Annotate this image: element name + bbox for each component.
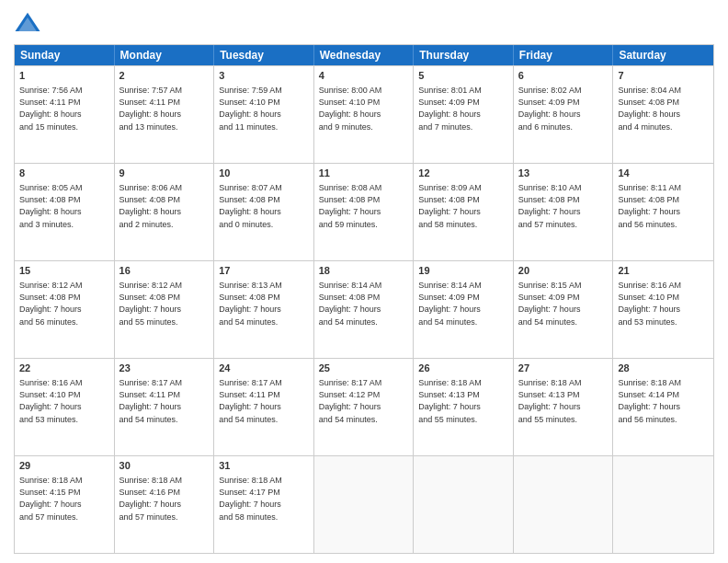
header-day-wednesday: Wednesday <box>314 45 415 65</box>
cell-info: Sunrise: 8:12 AM Sunset: 4:08 PM Dayligh… <box>19 280 109 327</box>
cal-cell-4-5: 26Sunrise: 8:18 AM Sunset: 4:13 PM Dayli… <box>414 359 514 455</box>
cell-info: Sunrise: 8:09 AM Sunset: 4:08 PM Dayligh… <box>418 182 508 230</box>
day-number: 17 <box>219 264 309 278</box>
cell-info: Sunrise: 8:16 AM Sunset: 4:10 PM Dayligh… <box>19 377 109 425</box>
cal-cell-2-6: 13Sunrise: 8:10 AM Sunset: 4:08 PM Dayli… <box>514 164 614 260</box>
cell-info: Sunrise: 8:18 AM Sunset: 4:13 PM Dayligh… <box>518 377 609 425</box>
cal-cell-2-1: 8Sunrise: 8:05 AM Sunset: 4:08 PM Daylig… <box>15 164 115 260</box>
day-number: 4 <box>319 69 409 83</box>
cell-info: Sunrise: 8:14 AM Sunset: 4:09 PM Dayligh… <box>418 280 508 327</box>
day-number: 24 <box>219 362 309 375</box>
cal-cell-3-1: 15Sunrise: 8:12 AM Sunset: 4:08 PM Dayli… <box>15 261 115 358</box>
header-day-saturday: Saturday <box>613 45 713 65</box>
day-number: 13 <box>518 167 609 180</box>
logo <box>14 9 45 37</box>
cell-info: Sunrise: 8:17 AM Sunset: 4:11 PM Dayligh… <box>119 377 210 425</box>
cell-info: Sunrise: 8:08 AM Sunset: 4:08 PM Dayligh… <box>319 182 409 230</box>
day-number: 18 <box>319 264 409 278</box>
day-number: 31 <box>219 459 309 473</box>
day-number: 22 <box>19 362 109 375</box>
cell-info: Sunrise: 8:10 AM Sunset: 4:08 PM Dayligh… <box>518 182 609 230</box>
day-number: 5 <box>418 69 508 83</box>
cal-cell-1-4: 4Sunrise: 8:00 AM Sunset: 4:10 PM Daylig… <box>314 66 415 163</box>
day-number: 7 <box>618 69 709 83</box>
day-number: 11 <box>319 167 409 180</box>
cal-cell-4-7: 28Sunrise: 8:18 AM Sunset: 4:14 PM Dayli… <box>613 359 713 455</box>
cal-cell-5-6 <box>514 456 614 553</box>
cal-cell-2-7: 14Sunrise: 8:11 AM Sunset: 4:08 PM Dayli… <box>613 164 713 260</box>
page: SundayMondayTuesdayWednesdayThursdayFrid… <box>0 0 728 563</box>
cal-row-4: 22Sunrise: 8:16 AM Sunset: 4:10 PM Dayli… <box>15 358 713 455</box>
cell-info: Sunrise: 8:18 AM Sunset: 4:13 PM Dayligh… <box>418 377 508 425</box>
cal-cell-3-3: 17Sunrise: 8:13 AM Sunset: 4:08 PM Dayli… <box>214 261 314 358</box>
day-number: 25 <box>319 362 409 375</box>
cell-info: Sunrise: 8:14 AM Sunset: 4:08 PM Dayligh… <box>319 280 409 327</box>
cal-row-2: 8Sunrise: 8:05 AM Sunset: 4:08 PM Daylig… <box>15 163 713 260</box>
cell-info: Sunrise: 8:11 AM Sunset: 4:08 PM Dayligh… <box>618 182 709 230</box>
day-number: 9 <box>119 167 210 180</box>
cal-cell-4-3: 24Sunrise: 8:17 AM Sunset: 4:11 PM Dayli… <box>214 359 314 455</box>
cal-cell-5-3: 31Sunrise: 8:18 AM Sunset: 4:17 PM Dayli… <box>214 456 314 553</box>
day-number: 30 <box>119 459 210 473</box>
day-number: 21 <box>618 264 709 278</box>
cal-cell-2-3: 10Sunrise: 8:07 AM Sunset: 4:08 PM Dayli… <box>214 164 314 260</box>
day-number: 20 <box>518 264 609 278</box>
cal-cell-3-2: 16Sunrise: 8:12 AM Sunset: 4:08 PM Dayli… <box>115 261 215 358</box>
cal-cell-4-1: 22Sunrise: 8:16 AM Sunset: 4:10 PM Dayli… <box>15 359 115 455</box>
day-number: 6 <box>518 69 609 83</box>
calendar: SundayMondayTuesdayWednesdayThursdayFrid… <box>14 44 714 554</box>
cal-cell-3-6: 20Sunrise: 8:15 AM Sunset: 4:09 PM Dayli… <box>514 261 614 358</box>
day-number: 23 <box>119 362 210 375</box>
cell-info: Sunrise: 8:18 AM Sunset: 4:16 PM Dayligh… <box>119 475 210 523</box>
day-number: 8 <box>19 167 109 180</box>
day-number: 3 <box>219 69 309 83</box>
cal-cell-1-6: 6Sunrise: 8:02 AM Sunset: 4:09 PM Daylig… <box>514 66 614 163</box>
cal-cell-5-2: 30Sunrise: 8:18 AM Sunset: 4:16 PM Dayli… <box>115 456 215 553</box>
cell-info: Sunrise: 8:18 AM Sunset: 4:17 PM Dayligh… <box>219 475 309 523</box>
cal-cell-5-4 <box>314 456 415 553</box>
cal-cell-1-3: 3Sunrise: 7:59 AM Sunset: 4:10 PM Daylig… <box>214 66 314 163</box>
header-day-friday: Friday <box>514 45 614 65</box>
header <box>14 9 714 37</box>
day-number: 29 <box>19 459 109 473</box>
cal-cell-4-6: 27Sunrise: 8:18 AM Sunset: 4:13 PM Dayli… <box>514 359 614 455</box>
cell-info: Sunrise: 7:59 AM Sunset: 4:10 PM Dayligh… <box>219 85 309 132</box>
cell-info: Sunrise: 7:57 AM Sunset: 4:11 PM Dayligh… <box>119 85 210 132</box>
logo-icon <box>14 9 41 37</box>
cal-cell-1-1: 1Sunrise: 7:56 AM Sunset: 4:11 PM Daylig… <box>15 66 115 163</box>
calendar-header: SundayMondayTuesdayWednesdayThursdayFrid… <box>15 45 713 65</box>
header-day-tuesday: Tuesday <box>214 45 314 65</box>
cell-info: Sunrise: 8:01 AM Sunset: 4:09 PM Dayligh… <box>418 85 508 132</box>
cal-cell-4-2: 23Sunrise: 8:17 AM Sunset: 4:11 PM Dayli… <box>115 359 215 455</box>
cell-info: Sunrise: 8:13 AM Sunset: 4:08 PM Dayligh… <box>219 280 309 327</box>
header-day-sunday: Sunday <box>15 45 115 65</box>
cal-cell-3-7: 21Sunrise: 8:16 AM Sunset: 4:10 PM Dayli… <box>613 261 713 358</box>
calendar-body: 1Sunrise: 7:56 AM Sunset: 4:11 PM Daylig… <box>15 65 713 553</box>
cell-info: Sunrise: 8:15 AM Sunset: 4:09 PM Dayligh… <box>518 280 609 327</box>
cell-info: Sunrise: 8:00 AM Sunset: 4:10 PM Dayligh… <box>319 85 409 132</box>
day-number: 28 <box>618 362 709 375</box>
cell-info: Sunrise: 7:56 AM Sunset: 4:11 PM Dayligh… <box>19 85 109 132</box>
cell-info: Sunrise: 8:04 AM Sunset: 4:08 PM Dayligh… <box>618 85 709 132</box>
cell-info: Sunrise: 8:18 AM Sunset: 4:14 PM Dayligh… <box>618 377 709 425</box>
day-number: 1 <box>19 69 109 83</box>
day-number: 10 <box>219 167 309 180</box>
cal-cell-2-4: 11Sunrise: 8:08 AM Sunset: 4:08 PM Dayli… <box>314 164 415 260</box>
day-number: 14 <box>618 167 709 180</box>
cell-info: Sunrise: 8:07 AM Sunset: 4:08 PM Dayligh… <box>219 182 309 230</box>
cell-info: Sunrise: 8:17 AM Sunset: 4:12 PM Dayligh… <box>319 377 409 425</box>
day-number: 19 <box>418 264 508 278</box>
cal-cell-2-5: 12Sunrise: 8:09 AM Sunset: 4:08 PM Dayli… <box>414 164 514 260</box>
cal-cell-3-5: 19Sunrise: 8:14 AM Sunset: 4:09 PM Dayli… <box>414 261 514 358</box>
day-number: 16 <box>119 264 210 278</box>
cell-info: Sunrise: 8:16 AM Sunset: 4:10 PM Dayligh… <box>618 280 709 327</box>
day-number: 2 <box>119 69 210 83</box>
cal-cell-5-5 <box>414 456 514 553</box>
cal-cell-1-2: 2Sunrise: 7:57 AM Sunset: 4:11 PM Daylig… <box>115 66 215 163</box>
cal-row-5: 29Sunrise: 8:18 AM Sunset: 4:15 PM Dayli… <box>15 455 713 553</box>
cal-row-1: 1Sunrise: 7:56 AM Sunset: 4:11 PM Daylig… <box>15 65 713 163</box>
cell-info: Sunrise: 8:18 AM Sunset: 4:15 PM Dayligh… <box>19 475 109 523</box>
day-number: 27 <box>518 362 609 375</box>
cell-info: Sunrise: 8:17 AM Sunset: 4:11 PM Dayligh… <box>219 377 309 425</box>
cell-info: Sunrise: 8:12 AM Sunset: 4:08 PM Dayligh… <box>119 280 210 327</box>
